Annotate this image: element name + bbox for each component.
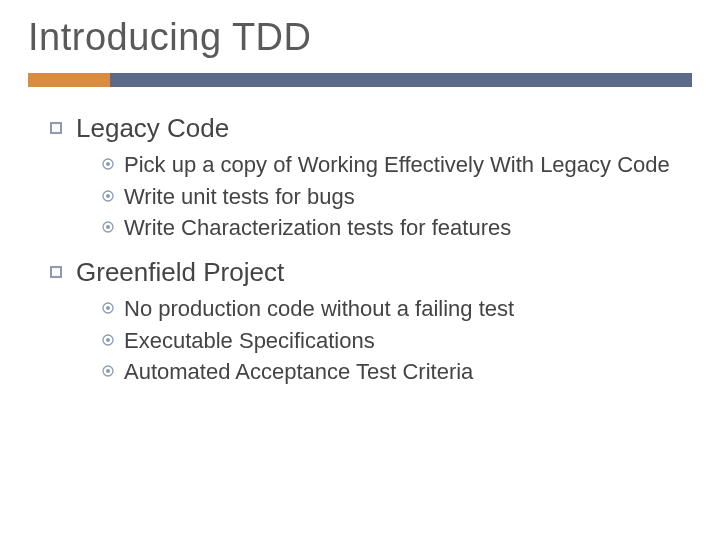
svg-point-7 — [106, 306, 110, 310]
list-item: Executable Specifications — [102, 326, 692, 356]
list-item: No production code without a failing tes… — [102, 294, 692, 324]
list-item-text: Write unit tests for bugs — [124, 182, 355, 212]
target-bullet-icon — [102, 190, 114, 202]
svg-point-11 — [106, 369, 110, 373]
square-bullet-icon — [50, 122, 62, 134]
list-item: Write unit tests for bugs — [102, 182, 692, 212]
target-bullet-icon — [102, 302, 114, 314]
list-item-text: Write Characterization tests for feature… — [124, 213, 511, 243]
section-heading-text: Legacy Code — [76, 113, 229, 144]
svg-point-1 — [106, 162, 110, 166]
section-heading: Legacy Code — [50, 113, 692, 144]
svg-point-9 — [106, 338, 110, 342]
list-item-text: Executable Specifications — [124, 326, 375, 356]
title-rule — [28, 73, 692, 87]
list-item-text: Pick up a copy of Working Effectively Wi… — [124, 150, 670, 180]
svg-point-3 — [106, 194, 110, 198]
section-items: No production code without a failing tes… — [50, 294, 692, 387]
rule-accent — [28, 73, 110, 87]
target-bullet-icon — [102, 221, 114, 233]
target-bullet-icon — [102, 365, 114, 377]
svg-point-5 — [106, 225, 110, 229]
list-item: Automated Acceptance Test Criteria — [102, 357, 692, 387]
content-body: Legacy Code Pick up a copy of Working Ef… — [28, 113, 692, 387]
slide-title: Introducing TDD — [28, 16, 692, 59]
section-items: Pick up a copy of Working Effectively Wi… — [50, 150, 692, 243]
list-item-text: Automated Acceptance Test Criteria — [124, 357, 473, 387]
list-item: Pick up a copy of Working Effectively Wi… — [102, 150, 692, 180]
list-item-text: No production code without a failing tes… — [124, 294, 514, 324]
section-heading: Greenfield Project — [50, 257, 692, 288]
slide: Introducing TDD Legacy Code Pick up a co… — [0, 0, 720, 540]
section-heading-text: Greenfield Project — [76, 257, 284, 288]
rule-main — [110, 73, 692, 87]
target-bullet-icon — [102, 158, 114, 170]
list-item: Write Characterization tests for feature… — [102, 213, 692, 243]
square-bullet-icon — [50, 266, 62, 278]
target-bullet-icon — [102, 334, 114, 346]
